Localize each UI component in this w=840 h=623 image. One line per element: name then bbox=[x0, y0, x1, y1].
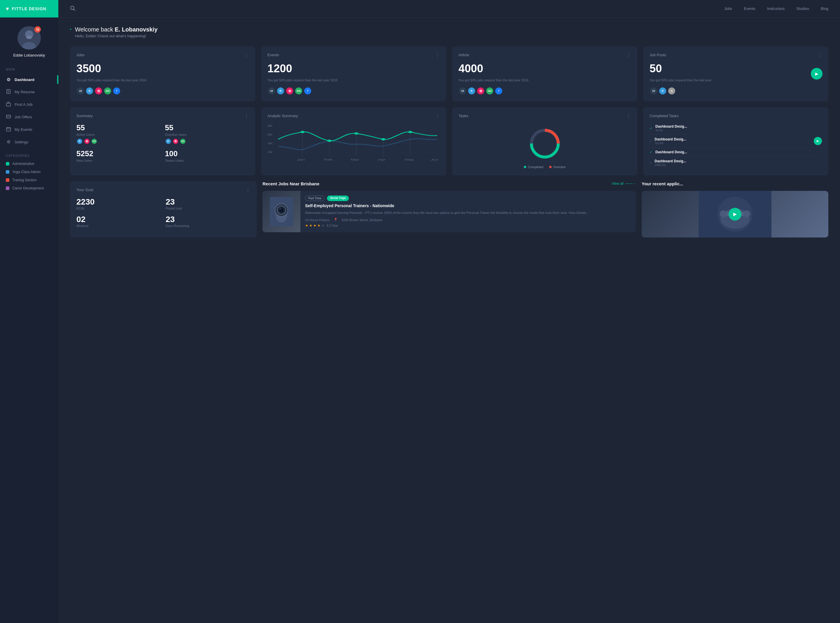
sidebar-item-joboffers[interactable]: Job Offers bbox=[0, 111, 58, 123]
apps-play-btn[interactable]: ▶ bbox=[729, 208, 742, 221]
sidebar-item-dashboard[interactable]: ⊙ Dashboard bbox=[0, 74, 58, 86]
legend-overdue: Overdue bbox=[549, 165, 566, 169]
teams-users-value: 100 bbox=[165, 149, 249, 158]
tasks-title: Tasks bbox=[458, 114, 468, 118]
heart-icon: ♥ bbox=[6, 6, 9, 12]
avatar-mini: f bbox=[495, 87, 503, 95]
goal-title: Your Goal bbox=[77, 188, 93, 192]
svg-text:6k: 6k bbox=[268, 133, 273, 136]
card-analytic: Analytic Summary ⋮ 8k 6k 4k 2k bbox=[261, 107, 446, 175]
goal-grid: 2230 KCAL 23 Pound Lost 02 Workout 23 Da… bbox=[77, 197, 250, 227]
card-jobs-avatars: UI R 🌸 GD f bbox=[77, 87, 249, 95]
avatar-mini: R bbox=[468, 87, 476, 95]
card-tasks: Tasks ⋮ bbox=[452, 107, 637, 175]
notification-badge: 15 bbox=[34, 26, 41, 33]
nav-jobs[interactable]: Jobs bbox=[724, 6, 732, 11]
sidebar-item-resume[interactable]: My Resume bbox=[0, 86, 58, 98]
job-company: 24 Hours Fitness. bbox=[305, 218, 330, 222]
card-jobposts-menu[interactable]: ⋮ bbox=[817, 53, 822, 58]
events-icon bbox=[6, 127, 11, 132]
kcal-value: 2230 bbox=[77, 197, 161, 207]
legend-completed: Completed bbox=[524, 165, 543, 169]
card-summary: Summary ⋮ 55 Active Users R 🌸 GD 5 bbox=[70, 107, 255, 175]
sidebar-item-events[interactable]: My Events bbox=[0, 123, 58, 136]
job-img-inner bbox=[263, 191, 300, 233]
card-jobposts-title: Job Posts bbox=[649, 53, 666, 57]
sidebar-item-settings[interactable]: ⚙ Settings bbox=[0, 136, 58, 148]
tasks-menu[interactable]: ⋮ bbox=[626, 114, 631, 119]
resume-icon bbox=[6, 89, 11, 95]
card-jobs: Jobs ⋮ 3500 You got 50% jobs request tha… bbox=[70, 46, 255, 101]
card-events-menu[interactable]: ⋮ bbox=[435, 53, 440, 58]
nav-blog[interactable]: Blog bbox=[821, 6, 828, 11]
cat-label-training: Traning Section bbox=[12, 178, 37, 182]
card-jobposts-value: 50 bbox=[649, 62, 822, 75]
cat-dot-admin bbox=[6, 162, 9, 166]
job-image bbox=[263, 191, 300, 233]
cat-label-admin: Administrative bbox=[12, 162, 34, 166]
cat-training[interactable]: Traning Section bbox=[0, 176, 58, 184]
svg-point-15 bbox=[71, 6, 74, 9]
analytic-menu[interactable]: ⋮ bbox=[435, 114, 440, 119]
star-3: ★ bbox=[313, 224, 317, 227]
main-section-label: Main bbox=[0, 63, 58, 74]
card-article-menu[interactable]: ⋮ bbox=[626, 53, 631, 58]
summary-menu[interactable]: ⋮ bbox=[244, 114, 249, 119]
job-meta: 24 Hours Fitness. 📍 1050 Brown Street, B… bbox=[305, 218, 631, 222]
goal-menu[interactable]: ⋮ bbox=[246, 188, 250, 193]
card-events-value: 1200 bbox=[268, 62, 440, 75]
svg-rect-8 bbox=[6, 103, 11, 106]
welcome-section: ▪ Welcome back E. Lobanovskiy Hello, Edd… bbox=[70, 26, 828, 38]
card-jobposts-desc: You got 50% jobs request than the last y… bbox=[649, 78, 822, 83]
postjob-label: Post A Job bbox=[15, 102, 32, 107]
svg-text:May: May bbox=[405, 158, 414, 161]
card-article-title: Article bbox=[458, 53, 469, 57]
svg-point-30 bbox=[300, 131, 305, 133]
svg-text:Jun: Jun bbox=[431, 158, 438, 161]
cat-yoga[interactable]: Yoga Class Admin bbox=[0, 168, 58, 176]
tag-aerialyoga: Aerial Yoga bbox=[327, 195, 349, 201]
task-item-0: ✓ Dashboard Desig... To Pa bbox=[649, 122, 822, 135]
nav-instructors[interactable]: Instructors bbox=[767, 6, 785, 11]
avatar-mini: GD bbox=[180, 138, 186, 144]
donut-wrap: Completed Overdue bbox=[458, 123, 631, 169]
overdue-label: Overdue bbox=[553, 165, 566, 169]
avatar-mini: f bbox=[112, 87, 121, 95]
categories-label: Categories bbox=[0, 148, 58, 160]
task-play-btn[interactable]: ▶ bbox=[814, 137, 822, 145]
avatar-wrap: 15 bbox=[17, 26, 41, 49]
svg-text:Jan: Jan bbox=[297, 158, 305, 161]
active-avatars: R 🌸 GD bbox=[77, 138, 160, 144]
play-button[interactable]: ▶ bbox=[811, 68, 823, 80]
nav-events[interactable]: Events bbox=[744, 6, 755, 11]
welcome-subtitle: Hello, Eddie! Check out what's happening… bbox=[75, 34, 157, 38]
job-rating: ★ ★ ★ ★ ★ 5.5 Star bbox=[305, 224, 631, 227]
topnav: Jobs Events Instructors Studios Blog bbox=[58, 0, 840, 17]
check-icon: ✓ bbox=[649, 126, 652, 130]
check-icon: ○ bbox=[649, 139, 652, 143]
joboffers-icon bbox=[6, 114, 11, 120]
svg-text:Feb: Feb bbox=[324, 158, 332, 161]
goal-days: 23 Days Remaining bbox=[166, 215, 250, 227]
nav-studios[interactable]: Studios bbox=[797, 6, 809, 11]
overdue-dot bbox=[549, 166, 552, 168]
sidebar-item-postjob[interactable]: Post A Job bbox=[0, 98, 58, 111]
overdue-users-value: 55 bbox=[165, 123, 249, 132]
cat-career[interactable]: Carrer Development bbox=[0, 184, 58, 192]
welcome-text: Welcome back E. Lobanovskiy Hello, Eddie… bbox=[75, 26, 157, 38]
avatar-mini: 🌸 bbox=[84, 138, 90, 144]
view-all-btn[interactable]: View all ——→ bbox=[612, 181, 636, 186]
cat-administrative[interactable]: Administrative bbox=[0, 160, 58, 168]
avatar-mini: R bbox=[77, 138, 83, 144]
analytic-title: Analytic Summary bbox=[268, 114, 298, 118]
svg-point-55 bbox=[720, 210, 727, 217]
search-icon[interactable] bbox=[70, 6, 75, 12]
card-completed-tasks: Completed Tasks ✓ Dashboard Desig... To … bbox=[643, 107, 828, 175]
card-jobs-menu[interactable]: ⋮ bbox=[244, 53, 249, 58]
resume-label: My Resume bbox=[15, 90, 35, 94]
teams-users-label: Teams Users bbox=[165, 159, 249, 162]
task-text: Dashboard Desig... bbox=[655, 150, 822, 154]
star-4: ★ bbox=[317, 224, 320, 227]
svg-point-31 bbox=[327, 140, 332, 142]
star-5: ★ bbox=[322, 224, 325, 227]
